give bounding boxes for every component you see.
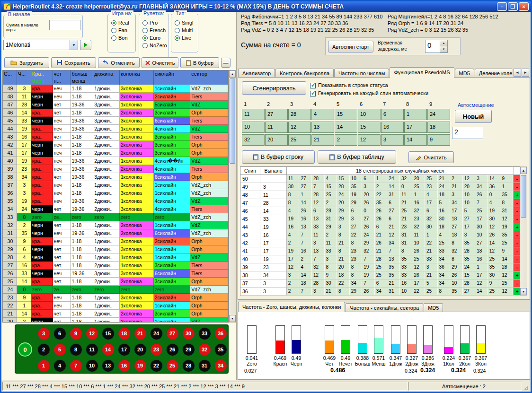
history-row[interactable]: 2716кра..чет1-182дюжи..1колонка3сиклайнT… — [3, 262, 228, 270]
delay-spinner[interactable]: 0 ▲▼ — [425, 40, 448, 53]
board-number[interactable]: 15 — [100, 325, 116, 341]
board-number[interactable]: 11 — [84, 341, 100, 358]
chevron-down-icon[interactable]: ▼ — [70, 40, 78, 50]
history-row[interactable]: 239кра..неч1-181дюжи..3колонка2сиклайнOr… — [3, 294, 228, 302]
board-number[interactable]: 36 — [213, 325, 229, 341]
history-row[interactable]: 3424чернчет19-362дюжи..3колонка4сиклайнT… — [3, 205, 228, 213]
scroll-up-icon[interactable]: ▲ — [520, 167, 527, 174]
tab-анализатор[interactable]: Анализатор — [238, 69, 275, 78]
board-number[interactable]: 19 — [132, 358, 148, 374]
board-number[interactable]: 21 — [132, 325, 148, 341]
tab-md5[interactable]: MD5 — [455, 69, 474, 78]
history-row[interactable]: 2114кра..чет1-182дюжи..2колонка3сиклайнO… — [3, 310, 228, 318]
freq-tab[interactable]: MD5 — [424, 303, 443, 312]
board-number[interactable]: 17 — [116, 341, 132, 358]
maximize-button[interactable]: ❐ — [508, 2, 518, 11]
grid-cell[interactable]: 11 — [265, 122, 288, 133]
history-row[interactable]: 373кра..неч1-181дюжи..3колонка1сиклайнVd… — [3, 181, 228, 189]
grid-cell[interactable]: 1 — [404, 109, 427, 120]
radio-singl[interactable]: Singl — [175, 20, 198, 26]
grid-cell[interactable]: 20 — [265, 134, 288, 146]
history-row[interactable]: 322чернчет1-181дюжи..2колонка1сиклайнVdZ — [3, 221, 228, 229]
grid-cell[interactable]: 3 — [381, 134, 404, 146]
history-row[interactable]: 2633черннеч19-363дюжи..3колонка6сиклайнT… — [3, 270, 228, 278]
board-number[interactable]: 31 — [196, 358, 213, 374]
freq-tab[interactable]: Частота - Zero, шансы, дюжины, колонки — [238, 302, 345, 312]
grid-cell[interactable]: 15 — [358, 122, 381, 133]
history-scrollbar[interactable]: ▲ ▼ — [229, 70, 236, 323]
board-number[interactable]: 6 — [52, 325, 68, 341]
collapse-button[interactable]: — — [221, 58, 231, 68]
history-row[interactable]: 4811черннеч1-181дюжи..2колонка2сиклайнTi… — [3, 93, 228, 101]
buffer-row-button[interactable]: В буфер строку — [242, 150, 315, 164]
history-row[interactable]: 4019кра..неч19-362дюжи..1колонка4сикл��й… — [3, 157, 228, 165]
history-row[interactable]: 4217черннеч1-182дюжи..2колонка3сиклайнOr… — [3, 141, 228, 149]
board-number[interactable]: 8 — [68, 341, 84, 358]
board-number[interactable]: 9 — [68, 325, 84, 341]
board-number[interactable]: 13 — [100, 358, 116, 374]
history-row[interactable]: 4728чернчет19-363дюжи..1колонка5сиклайнV… — [3, 101, 228, 109]
radio-pro[interactable]: Pro — [142, 20, 168, 26]
grid-cell[interactable]: 14 — [335, 122, 357, 133]
history-row[interactable]: 4614кра..чет1-182дюжи..2колонка3сиклайнO… — [3, 109, 228, 117]
grid-cell[interactable]: 17 — [404, 122, 427, 133]
grid-cell[interactable]: 12 — [358, 134, 381, 146]
generate-button[interactable]: Сгенерировать — [242, 81, 306, 95]
board-number[interactable]: 26 — [164, 341, 180, 358]
board-number[interactable]: 30 — [180, 325, 196, 341]
generated-scrollbar[interactable]: ▲ ▼ — [520, 166, 527, 296]
history-row[interactable]: 202чернчет1-181дюжи..2колонка1сиклайнVdZ — [3, 318, 228, 323]
board-number[interactable]: 28 — [180, 358, 196, 374]
radio-euro[interactable]: Euro — [142, 35, 168, 41]
history-row[interactable]: 493кра..неч1-181дюжи..3колонка1сиклайнVd… — [3, 85, 228, 93]
close-button[interactable]: × — [519, 2, 529, 11]
radio-real[interactable]: Real — [111, 20, 135, 26]
board-number[interactable]: 29 — [180, 341, 196, 358]
grid-cell[interactable]: 32 — [242, 134, 265, 146]
copy-buffer-button[interactable]: В буфер — [180, 57, 219, 68]
board-number[interactable]: 35 — [213, 341, 229, 358]
board-number[interactable]: 18 — [116, 325, 132, 341]
gen-row[interactable]: 4933027715283532140252324212034361- — [240, 183, 521, 191]
tab-частоты-по-числам[interactable]: Частоты по числам — [334, 69, 389, 78]
board-number[interactable]: 14 — [100, 341, 116, 358]
history-row[interactable]: 4533черннеч19-363дюжи..3колонка6сиклайнT… — [3, 117, 228, 125]
save-button[interactable]: Сохранить — [51, 57, 96, 68]
history-row[interactable]: 3135черннеч19-363дюжи..2колонка6сиклайнV… — [3, 229, 228, 237]
grid-cell[interactable]: 9 — [427, 134, 450, 146]
load-button[interactable]: Загрузить — [4, 57, 49, 68]
autogenerate-checkbox[interactable]: Генерировать на каждый спин автоматическ… — [310, 90, 428, 96]
board-number[interactable]: 33 — [196, 325, 213, 341]
tab-scroll-right-icon[interactable]: ► — [522, 69, 529, 77]
scroll-down-icon[interactable]: ▼ — [229, 315, 236, 322]
grid-cell[interactable]: 2 — [335, 134, 357, 146]
gen-row[interactable]: 472881412220292635621161753410748- — [240, 199, 521, 207]
grid-cell[interactable]: 6 — [381, 109, 404, 120]
board-number[interactable]: 2 — [35, 341, 52, 358]
undo-button[interactable]: Отменить — [98, 57, 140, 68]
gen-row[interactable]: 411719161333823322178262133322818129- — [240, 247, 521, 255]
autospin-start-button[interactable]: Автоспин старт — [328, 41, 373, 52]
board-number[interactable]: 4 — [52, 358, 68, 374]
history-row[interactable]: 330zeroze..zerozerozerozeroVdZ_zch — [3, 213, 228, 221]
radio-french[interactable]: French — [142, 27, 168, 33]
history-row[interactable]: 4316кра..чет1-182дюжи..1колонка3сиклайнT… — [3, 133, 228, 141]
gen-row[interactable]: 44191613332932726621233230182717301219+ — [240, 223, 521, 231]
gen-row[interactable]: 40191727321237281335253334835162514- — [240, 255, 521, 263]
autoshift-input[interactable]: 2 — [452, 127, 483, 139]
freq-tab[interactable]: Частота - сиклайны, сектора — [346, 303, 423, 312]
board-number[interactable]: 32 — [196, 341, 213, 358]
board-number[interactable]: 20 — [132, 341, 148, 358]
scroll-down-icon[interactable]: ▼ — [520, 288, 527, 295]
grid-cell[interactable]: 18 — [427, 122, 450, 133]
board-number[interactable]: 5 — [52, 341, 68, 358]
gen-row[interactable]: 50112728415106124322025212123149- — [240, 175, 521, 183]
grid-cell[interactable]: 16 — [381, 122, 404, 133]
gen-row[interactable]: 39231243282081925353312336292413528- — [240, 263, 521, 271]
preset-combobox[interactable]: 1Melonati ▼ — [3, 40, 78, 50]
spin-up-icon[interactable]: ▲ — [440, 40, 447, 46]
scrollbar-thumb[interactable] — [521, 175, 526, 218]
radio-multi[interactable]: Multi — [175, 27, 198, 33]
history-row[interactable]: 4419кра..неч19-362дюжи..1колонка4сиклайн… — [3, 125, 228, 133]
grid-cell[interactable]: 13 — [311, 122, 334, 133]
